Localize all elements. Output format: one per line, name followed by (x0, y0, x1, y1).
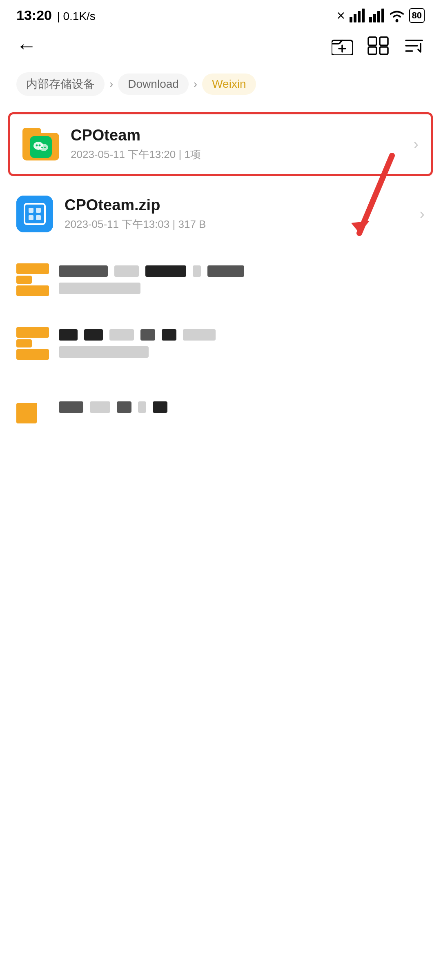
blur-text-2b (84, 329, 103, 341)
svg-rect-2 (358, 11, 361, 22)
back-button[interactable]: ← (16, 36, 37, 56)
blur-text-2f (183, 329, 216, 341)
battery-level: 80 (412, 10, 422, 21)
svg-point-20 (39, 144, 48, 151)
blur-text-1d (193, 265, 201, 277)
svg-rect-15 (380, 47, 388, 54)
blurred-icon-2 (16, 327, 49, 360)
svg-rect-14 (368, 47, 376, 54)
svg-point-22 (39, 145, 41, 147)
breadcrumb-internal-storage[interactable]: 内部存储设备 (16, 72, 105, 96)
signal-bars-2-icon (369, 9, 385, 22)
breadcrumb-download[interactable]: Download (118, 74, 189, 95)
blur-text-2a (59, 329, 78, 341)
blur-text-1b (114, 265, 139, 277)
blurred-item-2 (0, 316, 441, 371)
svg-rect-29 (29, 215, 33, 220)
breadcrumb-weixin[interactable]: Weixin (202, 74, 256, 95)
blurred-icon-1 (16, 263, 49, 296)
status-time: 13:20 (16, 7, 52, 23)
svg-rect-12 (368, 37, 376, 45)
zip-name-cpoteam: CPOteam.zip (65, 196, 415, 214)
blur-text-1e (207, 265, 244, 277)
folder-icon-cpoteam (22, 126, 59, 163)
svg-rect-27 (29, 208, 33, 213)
top-navigation: ← (0, 27, 441, 64)
svg-rect-7 (381, 9, 384, 22)
signal-bars-icon (350, 9, 365, 22)
svg-rect-3 (362, 9, 365, 22)
blur-text-3a (59, 401, 83, 413)
blur-text-2c (109, 329, 134, 341)
blurred-icon-3 (16, 391, 49, 423)
svg-point-8 (395, 19, 398, 22)
breadcrumb: 内部存储设备 › Download › Weixin (0, 64, 441, 104)
svg-point-23 (41, 147, 43, 148)
wechat-overlay-icon (30, 136, 52, 158)
blurred-content-3 (59, 401, 425, 413)
zip-meta-cpoteam: 2023-05-11 下午13:03 | 317 B (65, 217, 415, 232)
zip-chevron-cpoteam: › (419, 205, 425, 223)
svg-rect-28 (36, 208, 41, 213)
blur-text-3c (117, 401, 131, 413)
grid-view-icon[interactable] (368, 36, 389, 55)
status-time-speed: 13:20 | 0.1K/s (16, 7, 96, 23)
wifi-icon (389, 9, 405, 22)
blur-text-3d (138, 401, 146, 413)
nav-actions (332, 36, 425, 55)
svg-rect-6 (377, 11, 380, 22)
blurred-item-1 (0, 252, 441, 307)
svg-rect-13 (380, 37, 388, 45)
blur-text-2e (162, 329, 176, 341)
blurred-content-2 (59, 329, 425, 358)
file-list: CPOteam 2023-05-11 下午13:20 | 1项 › (0, 104, 441, 451)
blur-text-1f (59, 283, 140, 294)
breadcrumb-separator-2: › (194, 78, 197, 91)
bluetooth-icon: ⨯ (336, 9, 345, 22)
zip-item-cpoteam[interactable]: CPOteam.zip 2023-05-11 下午13:03 | 317 B › (0, 184, 441, 244)
folder-name-cpoteam: CPOteam (71, 127, 409, 144)
folder-info-cpoteam: CPOteam 2023-05-11 下午13:20 | 1项 (71, 127, 409, 162)
svg-rect-5 (373, 14, 376, 22)
status-speed: | 0.1K/s (57, 10, 95, 22)
folder-chevron-cpoteam: › (413, 136, 419, 153)
svg-rect-30 (36, 215, 41, 220)
svg-point-21 (36, 145, 38, 147)
breadcrumb-separator-1: › (109, 78, 113, 91)
folder-item-cpoteam[interactable]: CPOteam 2023-05-11 下午13:20 | 1项 › (8, 112, 433, 176)
svg-rect-4 (369, 17, 372, 22)
status-bar: 13:20 | 0.1K/s ⨯ 80 (0, 0, 441, 27)
blur-text-1a (59, 265, 108, 277)
folder-meta-cpoteam: 2023-05-11 下午13:20 | 1项 (71, 147, 409, 162)
zip-icon-cpoteam (16, 196, 53, 232)
blur-text-2g (59, 346, 149, 358)
blur-text-1c (145, 265, 186, 277)
svg-rect-1 (354, 14, 356, 22)
battery-icon: 80 (409, 8, 425, 23)
blur-text-3e (153, 401, 167, 413)
sort-icon[interactable] (403, 36, 425, 55)
new-folder-icon[interactable] (332, 36, 353, 55)
zip-info-cpoteam: CPOteam.zip 2023-05-11 下午13:03 | 317 B (65, 196, 415, 232)
blurred-item-3 (0, 379, 441, 435)
svg-rect-0 (350, 17, 352, 22)
svg-point-24 (44, 147, 46, 148)
blurred-items-section (0, 252, 441, 435)
zip-item-wrapper: CPOteam.zip 2023-05-11 下午13:03 | 317 B › (0, 184, 441, 244)
blur-text-3b (90, 401, 110, 413)
status-icons: ⨯ 80 (336, 8, 425, 23)
blur-text-2d (140, 329, 155, 341)
blurred-content-1 (59, 265, 425, 294)
svg-rect-25 (16, 196, 53, 232)
